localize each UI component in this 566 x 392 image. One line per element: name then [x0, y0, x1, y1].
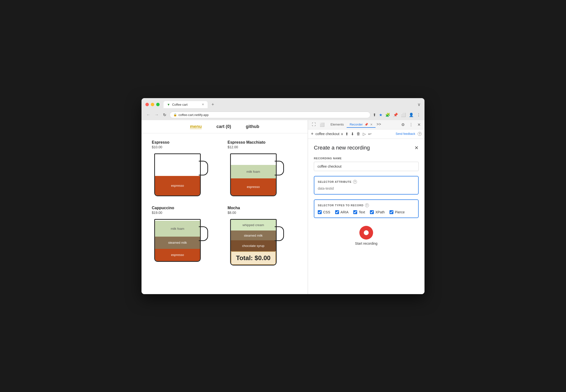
- recorder-help-icon[interactable]: ?: [418, 132, 422, 136]
- tab-close-button[interactable]: ✕: [202, 103, 204, 106]
- replay-recording-icon[interactable]: ↩: [368, 132, 371, 136]
- devtools-toolbar: ⛶ ⬜ Elements Recorder 📌 ✕ >> ⚙ ⋮ ✕: [308, 120, 424, 129]
- tab-elements[interactable]: Elements: [327, 122, 347, 128]
- list-item: Espresso Macchiato $12.00 milk foam espr…: [225, 137, 301, 203]
- inspect-element-icon[interactable]: ⛶: [311, 122, 317, 127]
- devtools-more-icon[interactable]: ⋮: [408, 122, 414, 127]
- mug-espresso[interactable]: espresso: [152, 151, 208, 200]
- xpath-checkbox[interactable]: [370, 210, 374, 214]
- close-traffic-light[interactable]: [145, 103, 149, 106]
- checkbox-text[interactable]: Text: [353, 210, 365, 214]
- coffee-name: Espresso: [152, 140, 222, 145]
- text-checkbox[interactable]: [353, 210, 357, 214]
- checkbox-aria[interactable]: ARIA: [335, 210, 349, 214]
- recorder-tab-close[interactable]: ✕: [370, 123, 373, 126]
- github-nav-link[interactable]: github: [246, 124, 259, 129]
- css-checkbox[interactable]: [318, 210, 322, 214]
- more-tabs-icon[interactable]: >>: [376, 122, 382, 128]
- total-overlay: Total: $0.00: [231, 251, 276, 265]
- pierce-checkbox[interactable]: [389, 210, 393, 214]
- devtools-settings-icon[interactable]: ⚙: [400, 122, 406, 127]
- layer-espresso: espresso: [231, 178, 276, 196]
- site-nav: menu cart (0) github: [142, 120, 308, 133]
- profile-icon[interactable]: 👤: [409, 112, 414, 117]
- upload-recording-icon[interactable]: ⬆: [345, 132, 348, 136]
- layer-espresso: espresso: [155, 249, 200, 261]
- tab-recorder[interactable]: Recorder 📌 ✕: [347, 122, 376, 128]
- recording-name-text: coffee checkout: [316, 132, 340, 136]
- share-icon[interactable]: ⬆: [373, 112, 376, 117]
- selector-attribute-input[interactable]: [318, 186, 415, 190]
- active-tab[interactable]: ▼ Coffee cart ✕: [164, 101, 208, 108]
- layer-chocolate-syrup: chocolate syrup: [231, 240, 276, 251]
- address-field[interactable]: 🔒 coffee-cart.netlify.app: [170, 112, 370, 118]
- selector-attribute-help-icon[interactable]: ?: [353, 180, 357, 184]
- new-tab-button[interactable]: +: [210, 101, 216, 108]
- mug-mocha[interactable]: whipped cream steamed milk chocolate syr…: [228, 217, 284, 270]
- recording-name-input[interactable]: [314, 162, 419, 171]
- coffee-name: Espresso Macchiato: [228, 140, 298, 145]
- minimize-traffic-light[interactable]: [151, 103, 154, 106]
- device-toggle-icon[interactable]: ⬜: [319, 122, 325, 127]
- tab-bar: ▼ Coffee cart ✕ + ∨: [164, 101, 421, 108]
- devtools-close-icon[interactable]: ✕: [416, 122, 422, 127]
- selector-types-box: SELECTOR TYPES TO RECORD ? CSS ARIA: [314, 199, 419, 218]
- maximize-traffic-light[interactable]: [156, 103, 160, 106]
- forward-button[interactable]: →: [154, 112, 160, 117]
- mug-cappuccino[interactable]: milk foam steamed milk espresso: [152, 217, 208, 266]
- browser-window: ▼ Coffee cart ✕ + ∨ ← → ↻ 🔒 coffee-cart.…: [142, 98, 424, 294]
- coffee-name: Cappuccino: [152, 206, 222, 210]
- tab-controls-right[interactable]: ∨: [417, 102, 421, 107]
- pin-icon[interactable]: 📌: [393, 112, 398, 117]
- list-item: Mocha $8.00 whipped cream steamed milk c…: [225, 203, 301, 273]
- devtools-tabs: Elements Recorder 📌 ✕ >>: [327, 122, 398, 128]
- title-bar: ▼ Coffee cart ✕ + ∨: [142, 98, 424, 110]
- window-icon[interactable]: ⬜: [401, 112, 406, 117]
- refresh-button[interactable]: ↻: [162, 112, 167, 118]
- checkbox-pierce[interactable]: Pierce: [389, 210, 405, 214]
- recorder-toolbar-icons: ⬆ ⬇ 🗑 ▷ ↩: [345, 132, 371, 136]
- coffee-price: $10.00: [152, 145, 222, 149]
- layer-milk-foam: milk foam: [155, 221, 200, 237]
- recorder-add-button[interactable]: +: [311, 131, 314, 137]
- main-area: menu cart (0) github Espresso $10.00 esp…: [142, 120, 424, 294]
- extensions-icon[interactable]: 🧩: [385, 112, 390, 117]
- devtools-toolbar-right: ⚙ ⋮ ✕: [400, 122, 422, 127]
- cart-nav-link[interactable]: cart (0): [216, 124, 231, 129]
- traffic-lights: [145, 103, 160, 106]
- start-recording-button[interactable]: [359, 226, 373, 239]
- selector-types-section: SELECTOR TYPES TO RECORD ? CSS ARIA: [314, 199, 419, 218]
- recording-name-dropdown[interactable]: coffee checkout ∨: [316, 132, 343, 136]
- delete-recording-icon[interactable]: 🗑: [356, 132, 360, 136]
- play-recording-icon[interactable]: ▷: [363, 132, 366, 136]
- download-recording-icon[interactable]: ⬇: [351, 132, 354, 136]
- send-feedback-link[interactable]: Send feedback: [396, 132, 415, 136]
- dialog-title: Create a new recording: [314, 145, 370, 151]
- aria-checkbox[interactable]: [335, 210, 339, 214]
- checkbox-xpath[interactable]: XPath: [370, 210, 385, 214]
- devtools-panel: ⛶ ⬜ Elements Recorder 📌 ✕ >> ⚙ ⋮ ✕: [308, 120, 424, 294]
- start-recording-area: Start recording: [314, 226, 419, 245]
- mug-handle: [275, 161, 284, 175]
- back-button[interactable]: ←: [145, 112, 151, 117]
- layer-milk-foam: milk foam: [231, 165, 276, 178]
- coffee-grid: Espresso $10.00 espresso Espresso Macchi…: [142, 133, 308, 277]
- recorder-toolbar: + coffee checkout ∨ ⬆ ⬇ 🗑 ▷ ↩ Send feedb…: [308, 129, 424, 139]
- selector-types-help-icon[interactable]: ?: [365, 203, 369, 207]
- mug-espresso-macchiato[interactable]: milk foam espresso: [228, 151, 284, 200]
- start-recording-label: Start recording: [355, 241, 378, 245]
- lock-icon: 🔒: [173, 113, 177, 116]
- coffee-price: $12.00: [228, 145, 298, 149]
- dialog-close-button[interactable]: ✕: [414, 145, 419, 151]
- browser-toolbar-icons: ⬆ ★ 🧩 📌 ⬜ 👤 ⋮: [373, 112, 421, 117]
- mug-body: milk foam steamed milk espresso: [154, 219, 201, 262]
- mug-handle: [199, 161, 208, 175]
- menu-icon[interactable]: ⋮: [417, 112, 421, 117]
- website-panel: menu cart (0) github Espresso $10.00 esp…: [142, 120, 308, 294]
- bookmark-icon[interactable]: ★: [379, 112, 382, 117]
- list-item: Espresso $10.00 espresso: [149, 137, 225, 203]
- mug-body: whipped cream steamed milk chocolate syr…: [230, 219, 277, 266]
- checkbox-css[interactable]: CSS: [318, 210, 330, 214]
- mug-body: espresso: [154, 154, 201, 196]
- menu-nav-link[interactable]: menu: [190, 124, 202, 129]
